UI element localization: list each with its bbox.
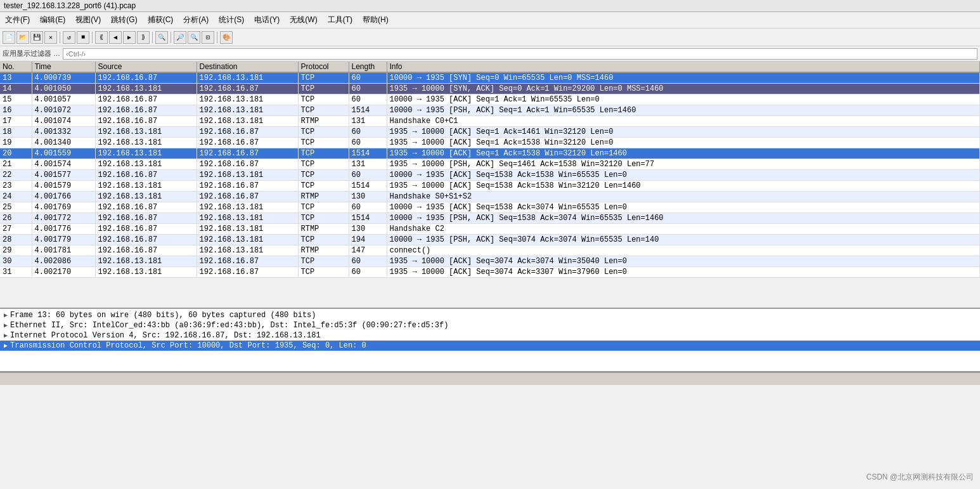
table-cell: 4.001072 (32, 105, 95, 116)
toolbar-new[interactable]: 📄 (3, 31, 15, 44)
table-cell: TCP (298, 72, 349, 84)
table-cell: 19 (0, 138, 32, 148)
table-cell: 31 (0, 267, 32, 278)
table-row[interactable]: 314.002170192.168.13.181192.168.16.87TCP… (0, 267, 980, 278)
toolbar-go-next[interactable]: ▶ (123, 31, 136, 44)
table-row[interactable]: 214.001574192.168.13.181192.168.16.87TCP… (0, 159, 980, 170)
table-row[interactable]: 304.002086192.168.13.181192.168.16.87TCP… (0, 256, 980, 267)
table-cell: 27 (0, 224, 32, 235)
menu-item[interactable]: 文件(F) (0, 13, 35, 27)
table-row[interactable]: 134.000739192.168.16.87192.168.13.181TCP… (0, 72, 980, 84)
table-row[interactable]: 274.001776192.168.16.87192.168.13.181RTM… (0, 224, 980, 235)
table-cell: TCP (298, 256, 349, 267)
table-cell: 147 (349, 245, 387, 256)
table-cell: 10000 → 1935 [ACK] Seq=1 Ack=1 Win=65535… (387, 95, 980, 105)
table-cell: 1514 (349, 148, 387, 159)
title-bar: tester_192.168.13.228_port6 (41).pcap (0, 0, 980, 12)
filter-input[interactable] (63, 48, 977, 60)
toolbar-close[interactable]: ✕ (44, 31, 57, 44)
table-cell: 60 (349, 72, 387, 84)
table-cell: 192.168.16.87 (95, 213, 197, 224)
menu-item[interactable]: 电话(Y) (249, 13, 285, 27)
table-cell: 4.001769 (32, 202, 95, 213)
menu-item[interactable]: 无线(W) (285, 13, 322, 27)
table-cell: 4.001772 (32, 213, 95, 224)
table-cell: 22 (0, 170, 32, 181)
table-row[interactable]: 164.001072192.168.16.87192.168.13.181TCP… (0, 105, 980, 116)
table-cell: 130 (349, 224, 387, 235)
table-cell: Handshake C2 (387, 224, 980, 235)
toolbar: 📄 📂 💾 ✕ ↺ ■ ⟪ ◀ ▶ ⟫ 🔍 🔎 🔍 ⊡ 🎨 (0, 29, 980, 46)
menu-item[interactable]: 编辑(E) (35, 13, 70, 27)
table-cell: 131 (349, 116, 387, 127)
table-cell: 10000 → 1935 [SYN] Seq=0 Win=65535 Len=0… (387, 72, 980, 84)
menu-item[interactable]: 统计(S) (214, 13, 249, 27)
table-cell: 192.168.13.181 (95, 192, 197, 202)
table-cell: 4.001579 (32, 181, 95, 192)
table-row[interactable]: 284.001779192.168.16.87192.168.13.181TCP… (0, 235, 980, 245)
toolbar-search[interactable]: 🔍 (155, 31, 168, 44)
packet-rows: 134.000739192.168.16.87192.168.13.181TCP… (0, 72, 980, 278)
detail-row[interactable]: ▶ Frame 13: 60 bytes on wire (480 bits),… (0, 310, 980, 320)
menu-item[interactable]: 跳转(G) (106, 13, 142, 27)
filter-bar: 应用显示过滤器 … (0, 46, 980, 62)
table-cell: 10000 → 1935 [PSH, ACK] Seq=1 Ack=1 Win=… (387, 105, 980, 116)
table-cell: 192.168.16.87 (95, 72, 197, 84)
detail-panel: ▶ Frame 13: 60 bytes on wire (480 bits),… (0, 309, 980, 372)
table-cell: 192.168.16.87 (197, 181, 298, 192)
toolbar-sep3 (152, 32, 153, 43)
table-cell: 192.168.13.181 (197, 170, 298, 181)
toolbar-go-last[interactable]: ⟫ (137, 31, 150, 44)
toolbar-reload[interactable]: ↺ (63, 31, 75, 44)
toolbar-zoom-in[interactable]: 🔎 (174, 31, 186, 44)
table-row[interactable]: 234.001579192.168.13.181192.168.16.87TCP… (0, 181, 980, 192)
table-row[interactable]: 244.001766192.168.13.181192.168.16.87RTM… (0, 192, 980, 202)
table-cell: 192.168.16.87 (197, 148, 298, 159)
table-row[interactable]: 194.001340192.168.13.181192.168.16.87TCP… (0, 138, 980, 148)
table-cell: 131 (349, 159, 387, 170)
toolbar-zoom-reset[interactable]: ⊡ (202, 31, 214, 44)
detail-row[interactable]: ▶ Internet Protocol Version 4, Src: 192.… (0, 330, 980, 341)
table-cell: 192.168.13.181 (95, 127, 197, 138)
table-cell: 1935 → 10000 [ACK] Seq=1 Ack=1538 Win=32… (387, 148, 980, 159)
table-row[interactable]: 154.001057192.168.16.87192.168.13.181TCP… (0, 95, 980, 105)
toolbar-zoom-out[interactable]: 🔍 (188, 31, 200, 44)
detail-arrow-icon: ▶ (4, 311, 8, 319)
table-cell: 60 (349, 138, 387, 148)
toolbar-go-first[interactable]: ⟪ (95, 31, 108, 44)
toolbar-open[interactable]: 📂 (16, 31, 29, 44)
table-cell: 4.001332 (32, 127, 95, 138)
table-row[interactable]: 224.001577192.168.16.87192.168.13.181TCP… (0, 170, 980, 181)
table-row[interactable]: 254.001769192.168.16.87192.168.13.181TCP… (0, 202, 980, 213)
menu-item[interactable]: 分析(A) (178, 13, 214, 27)
table-cell: Handshake S0+S1+S2 (387, 192, 980, 202)
menu-item[interactable]: 捕获(C) (143, 13, 179, 27)
table-cell: 192.168.16.87 (197, 256, 298, 267)
table-cell: 23 (0, 181, 32, 192)
table-cell: 1935 → 10000 [PSH, ACK] Seq=1461 Ack=153… (387, 159, 980, 170)
toolbar-colorize[interactable]: 🎨 (220, 31, 233, 44)
detail-row[interactable]: ▶ Ethernet II, Src: IntelCor_ed:43:bb (a… (0, 320, 980, 330)
table-row[interactable]: 144.001050192.168.13.181192.168.16.87TCP… (0, 84, 980, 95)
table-row[interactable]: 184.001332192.168.13.181192.168.16.87TCP… (0, 127, 980, 138)
detail-row[interactable]: ▶ Transmission Control Protocol, Src Por… (0, 341, 980, 351)
table-row[interactable]: 204.001559192.168.13.181192.168.16.87TCP… (0, 148, 980, 159)
toolbar-go-prev[interactable]: ◀ (109, 31, 122, 44)
table-cell: 192.168.16.87 (197, 192, 298, 202)
table-cell: 24 (0, 192, 32, 202)
table-cell: 192.168.13.181 (197, 105, 298, 116)
menu-item[interactable]: 工具(T) (323, 13, 358, 27)
toolbar-save[interactable]: 💾 (30, 31, 43, 44)
menu-item[interactable]: 帮助(H) (358, 13, 394, 27)
menu-item[interactable]: 视图(V) (70, 13, 106, 27)
table-cell: TCP (298, 181, 349, 192)
toolbar-stop[interactable]: ■ (77, 31, 89, 44)
table-cell: 25 (0, 202, 32, 213)
menu-bar: 文件(F)编辑(E)视图(V)跳转(G)捕获(C)分析(A)统计(S)电话(Y)… (0, 12, 980, 29)
table-row[interactable]: 264.001772192.168.16.87192.168.13.181TCP… (0, 213, 980, 224)
table-cell: 4.002170 (32, 267, 95, 278)
table-row[interactable]: 174.001074192.168.16.87192.168.13.181RTM… (0, 116, 980, 127)
table-cell: 60 (349, 84, 387, 95)
table-cell: 192.168.13.181 (95, 148, 197, 159)
table-row[interactable]: 294.001781192.168.16.87192.168.13.181RTM… (0, 245, 980, 256)
